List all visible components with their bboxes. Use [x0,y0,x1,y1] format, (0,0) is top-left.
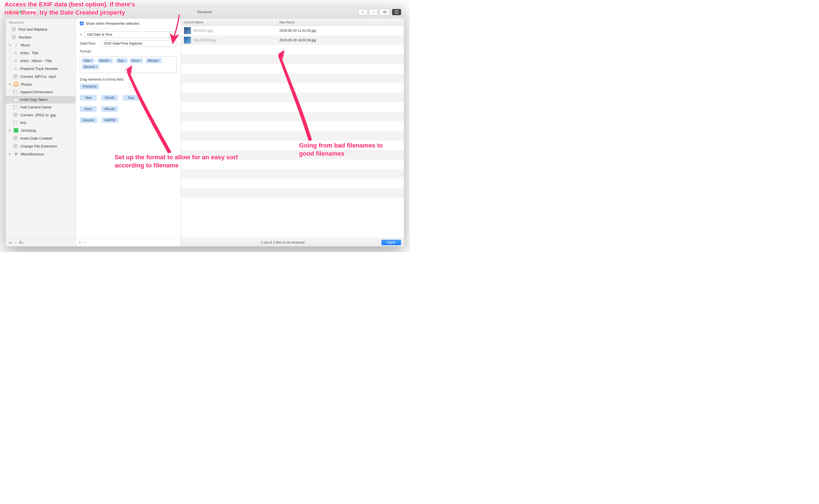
files-header: Current Name New Name ⌃ [181,19,404,26]
close-window-button[interactable] [8,10,12,14]
palette-token-ampm[interactable]: AM/PM [101,117,118,123]
datetime-source-value: EXIF Date/Time Digitized [104,42,142,46]
info-icon [394,10,398,14]
window-title: Renamer [6,10,404,14]
note-icon: ♫ [13,58,18,63]
format-separator: . [163,59,164,63]
annotation-arrow-exif [166,14,185,46]
sidebar-group-photos[interactable]: ▼ Photos [6,80,76,88]
note-icon: ♫ [13,66,18,71]
sidebar-group-music[interactable]: ▼ ♪ Music [6,41,76,49]
format-token-second[interactable]: Second▾ [82,64,99,69]
sidebar-group-label: Music [21,43,30,47]
format-separator: - [114,59,115,63]
sidebar-item-test[interactable]: test [6,119,76,126]
sidebar: Renamlets Find and Replace Number ▼ [6,19,76,246]
sidebar-item-insert-day-taken[interactable]: Insert Day Taken [6,96,76,103]
annotation-arrow-format [124,65,177,156]
current-name-cell: IMG0031.jpg [193,29,213,33]
sidebar-item-find-replace[interactable]: Find and Replace [6,25,76,33]
disclosure-triangle-icon[interactable]: ▼ [8,44,11,47]
show-when-selected-label: Show when Renamerlet selected [86,21,139,26]
format-token-minute[interactable]: Minute▾ [146,58,162,63]
sidebar-item-convert-mp3[interactable]: Convert .MP3 to .mp3 [6,72,76,80]
datetime-source-select[interactable]: EXIF Date/Time Digitized [102,40,177,47]
remove-toolbar-button[interactable]: − [369,9,377,15]
sidebar-group-archiving[interactable]: ▼ Archiving [6,126,76,134]
sidebar-item-label: Append Dimensions [20,90,53,94]
column-new-name[interactable]: New Name ⌃ [276,19,404,26]
format-token-hour[interactable]: Hour▾ [130,58,143,63]
traffic-lights[interactable] [8,10,23,14]
sidebar-item-change-file-ext[interactable]: Change File Extension [6,142,76,150]
renamelet-type-value: Add Date & Time [87,33,112,37]
disclosure-triangle-icon[interactable]: ▼ [8,83,11,86]
apply-button[interactable]: Apply [381,240,401,245]
palette-token-year[interactable]: Year [80,95,97,101]
eye-icon [382,10,387,14]
chain-toolbar-button[interactable] [26,8,37,16]
fullscreen-window-button[interactable] [20,10,23,14]
cube-icon [13,74,18,79]
table-row[interactable]: IMG324324.jpg 2019-06-29 18.03.59.jpg [181,35,404,45]
add-toolbar-button[interactable]: + [358,9,367,15]
annotation-arrow-filenames [267,50,315,144]
new-name-cell: 2019-06-29 18.03.59.jpg [276,38,404,42]
sidebar-item-number[interactable]: Number [6,33,76,41]
sidebar-item-artist-album-title[interactable]: ♫ Artist - Album - Title [6,57,76,65]
preview-toolbar-button[interactable] [380,9,390,15]
disclosure-triangle-icon[interactable]: ▼ [8,129,11,132]
column-current-name[interactable]: Current Name [181,19,276,26]
info-toolbar-button[interactable] [392,9,401,15]
sidebar-item-label: Change File Extension [20,144,57,148]
sidebar-group-misc[interactable]: ▼ ⚙ Miscellaneous [6,150,76,158]
palette-token-second[interactable]: Second [80,117,97,123]
sidebar-item-prepend-track[interactable]: ♫ Prepend Track Number [6,65,76,72]
files-footer: 2 out of 2 files to be renamed Apply [181,238,404,246]
palette-token-month[interactable]: Month [101,95,118,101]
add-renamelet-button[interactable]: + [79,240,81,245]
sidebar-item-convert-jpeg[interactable]: Convert .JPEG to .jpg [6,111,76,119]
sidebar-item-insert-date-created[interactable]: Insert Date Created [6,134,76,142]
gear-icon: ⚙ [13,152,19,156]
svg-rect-2 [396,12,397,13]
format-token-month[interactable]: Month▾ [97,58,112,63]
sidebar-item-label: Prepend Track Number [20,67,58,71]
renamelet-type-select[interactable]: Add Date & Time [84,31,177,38]
sidebar-group-label: Archiving [21,128,36,133]
table-row [181,179,404,188]
table-row[interactable]: IMG0031.jpg 2019-06-29 11.42.00.jpg [181,26,404,35]
format-token-day[interactable]: Day▾ [116,58,128,63]
sidebar-item-label: Convert .JPEG to .jpg [20,113,56,117]
minimize-window-button[interactable] [14,10,17,14]
cube-icon [13,113,18,117]
format-label: Format: [80,49,100,53]
datetime-label: Date/Time: [80,42,100,46]
add-sidebar-button[interactable]: +▾ [8,240,12,245]
table-row [181,169,404,179]
sidebar-item-label: Artist - Title [20,51,38,55]
table-row [181,150,404,160]
box-icon [13,128,19,133]
disclosure-triangle-icon[interactable]: ▼ [8,153,11,156]
disclosure-triangle-icon[interactable]: ▼ [80,33,83,36]
sidebar-item-add-camera-name[interactable]: Add Camera Name [6,103,76,111]
sidebar-group-label: Photos [21,82,32,87]
sidebar-item-label: Convert .MP3 to .mp3 [20,74,56,79]
palette-token-hour[interactable]: Hour [80,106,97,112]
palette-token-minute[interactable]: Minute [101,106,118,112]
palette-token-filename[interactable]: Filename [80,84,99,89]
remove-renamelet-button[interactable]: − [83,240,85,245]
remove-sidebar-button[interactable]: − [14,240,17,245]
photo-icon [13,82,19,87]
format-token-year[interactable]: Year▾ [82,58,94,63]
sidebar-item-append-dimensions[interactable]: Append Dimensions [6,88,76,96]
titlebar: Renamer + − [6,6,404,19]
format-separator: - [95,59,96,63]
settings-sidebar-button[interactable]: ⚙▾ [19,240,24,245]
current-name-cell: IMG324324.jpg [193,38,216,42]
sidebar-item-artist-title[interactable]: ♫ Artist - Title [6,49,76,57]
show-when-selected-checkbox[interactable] [80,22,83,25]
cube-icon [11,27,16,31]
image-icon [13,121,18,125]
